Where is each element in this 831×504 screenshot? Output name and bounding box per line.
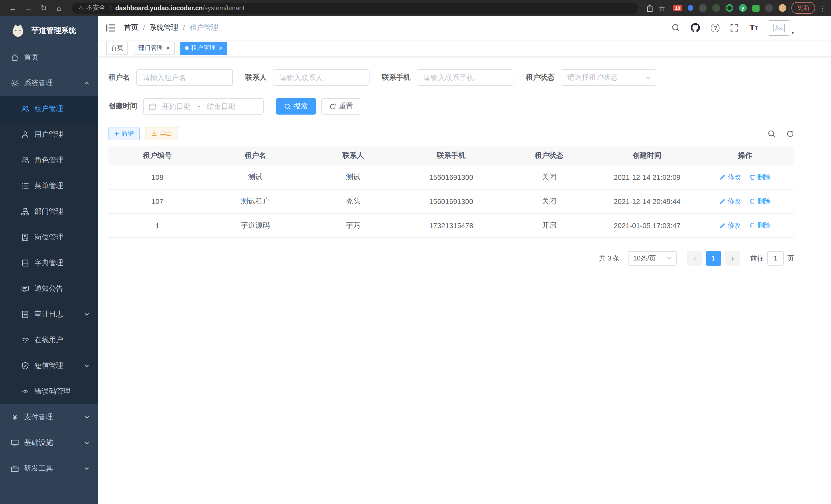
sidebar-item-dict[interactable]: 字典管理	[0, 250, 98, 276]
sidebar-item-audit-log[interactable]: 审计日志	[0, 302, 98, 327]
extension-badge[interactable]: 10	[673, 5, 682, 11]
people-icon	[21, 156, 29, 165]
prev-page-button[interactable]: ‹	[687, 251, 702, 265]
end-date-input[interactable]	[201, 102, 241, 111]
close-tab-icon[interactable]: ×	[166, 45, 170, 51]
forward-icon[interactable]: →	[21, 0, 36, 16]
sidebar-item-tenant[interactable]: 租户管理	[0, 96, 98, 122]
edit-link[interactable]: 修改	[719, 172, 741, 182]
export-button[interactable]: 导出	[145, 127, 178, 140]
range-separator: -	[197, 102, 200, 111]
sidebar-item-label: 支付管理	[24, 413, 53, 422]
extension-icon[interactable]	[688, 5, 693, 11]
breadcrumb-system[interactable]: 系统管理	[149, 23, 178, 32]
add-button[interactable]: + 新增	[109, 127, 140, 140]
cell-contact: 秃头	[304, 189, 402, 213]
search-icon[interactable]	[672, 24, 680, 32]
edit-link[interactable]: 修改	[719, 221, 741, 230]
bookmark-star-icon[interactable]: ☆	[656, 4, 668, 12]
github-icon[interactable]	[691, 23, 700, 32]
page-number-button[interactable]: 1	[706, 251, 721, 265]
sidebar-item-infra[interactable]: 基础设施	[0, 430, 98, 456]
extension-icon[interactable]	[699, 4, 707, 12]
sidebar-item-label: 岗位管理	[34, 233, 63, 242]
tab-home[interactable]: 首页	[106, 41, 128, 55]
update-button[interactable]: 更新	[792, 2, 815, 14]
browser-menu-icon[interactable]: ⋮	[819, 4, 826, 12]
collapse-sidebar-icon[interactable]	[106, 24, 115, 32]
browser-home-icon[interactable]: ⌂	[51, 0, 67, 16]
book-icon	[21, 259, 29, 267]
sidebar: 芋道管理系统 首页 系统管理 租户管理 用户管理	[0, 16, 98, 504]
sidebar-item-payment[interactable]: ¥ 支付管理	[0, 404, 98, 430]
sidebar-item-post[interactable]: 岗位管理	[0, 225, 98, 250]
sidebar-item-menu[interactable]: 菜单管理	[0, 173, 98, 199]
address-bar[interactable]: ⚠ 不安全 dashboard.yudao.iocoder.cn/system/…	[72, 2, 638, 13]
refresh-table-icon[interactable]	[786, 130, 794, 138]
sidebar-item-sms[interactable]: 短信管理	[0, 353, 98, 379]
app-logo[interactable]: 芋道管理系统	[0, 16, 98, 45]
search-icon	[284, 103, 291, 110]
back-icon[interactable]: ←	[5, 0, 21, 16]
reload-icon[interactable]: ↻	[36, 0, 51, 16]
sidebar-item-system[interactable]: 系统管理	[0, 70, 98, 96]
extension-icon[interactable]	[726, 4, 733, 12]
cell-actions: 修改 删除	[696, 189, 794, 213]
page-size-select[interactable]: 10条/页	[628, 251, 677, 265]
extension-icon[interactable]	[752, 4, 760, 11]
delete-link[interactable]: 删除	[749, 221, 771, 230]
chevron-down-icon	[84, 312, 89, 317]
toolbox-icon	[11, 465, 19, 473]
delete-link[interactable]: 删除	[749, 197, 771, 206]
sidebar-item-devtools[interactable]: 研发工具	[0, 456, 98, 481]
sidebar-item-home[interactable]: 首页	[0, 45, 98, 70]
active-tab-dot	[185, 46, 188, 50]
reset-button[interactable]: 重置	[321, 98, 361, 115]
date-range-picker[interactable]: -	[143, 98, 264, 115]
fullscreen-icon[interactable]	[730, 24, 739, 32]
sidebar-item-label: 角色管理	[34, 156, 63, 165]
sidebar-item-dept[interactable]: 部门管理	[0, 199, 98, 225]
comment-bubble-icon	[21, 285, 29, 293]
goto-page-input[interactable]	[767, 251, 784, 265]
tenant-name-input[interactable]	[136, 69, 233, 86]
col-header-id: 租户编号	[109, 146, 206, 165]
next-page-button[interactable]: ›	[725, 251, 740, 265]
font-size-icon[interactable]: TT	[749, 23, 758, 32]
extension-icon[interactable]: y	[739, 4, 747, 12]
toggle-search-icon[interactable]	[768, 130, 775, 138]
trash-icon	[749, 198, 755, 204]
sidebar-item-role[interactable]: 角色管理	[0, 147, 98, 173]
extension-icon[interactable]	[712, 4, 720, 12]
extension-icon[interactable]	[765, 4, 773, 12]
close-tab-icon[interactable]: ×	[219, 45, 223, 51]
table-row: 1 芋道源码 芋艿 17321315478 开启 2021-01-05 17:0…	[109, 213, 794, 237]
help-icon[interactable]: ?	[711, 23, 720, 32]
sidebar-item-user[interactable]: 用户管理	[0, 122, 98, 147]
extension-icon[interactable]	[779, 4, 786, 12]
tenant-table: 租户编号 租户名 联系人 联系手机 租户状态 创建时间 操作 108 测试	[109, 146, 794, 238]
chevron-down-icon	[666, 255, 672, 261]
contact-input[interactable]	[273, 69, 370, 86]
edit-link[interactable]: 修改	[719, 197, 741, 206]
user-menu[interactable]: ▾	[769, 20, 794, 36]
delete-link[interactable]: 删除	[749, 172, 771, 182]
breadcrumb-home[interactable]: 首页	[124, 23, 138, 32]
tab-tenant[interactable]: 租户管理 ×	[180, 41, 227, 55]
broken-image-icon	[773, 23, 785, 32]
cell-status: 关闭	[500, 189, 598, 213]
sidebar-item-error-code[interactable]: </> 错误码管理	[0, 379, 98, 404]
sidebar-item-label: 审计日志	[34, 310, 63, 319]
download-icon	[151, 130, 157, 137]
sidebar-item-label: 部门管理	[34, 207, 63, 216]
page-size-value: 10条/页	[633, 254, 656, 263]
start-date-input[interactable]	[156, 102, 196, 111]
filter-mobile: 联系手机	[382, 69, 513, 86]
sidebar-item-online-users[interactable]: 在线用户	[0, 327, 98, 353]
share-icon[interactable]	[643, 4, 656, 12]
tab-dept[interactable]: 部门管理 ×	[134, 41, 174, 55]
mobile-input[interactable]	[417, 69, 513, 86]
sidebar-item-notice[interactable]: 通知公告	[0, 276, 98, 302]
search-button[interactable]: 搜索	[276, 98, 316, 115]
tenant-status-select[interactable]: 请选择租户状态	[561, 69, 656, 86]
